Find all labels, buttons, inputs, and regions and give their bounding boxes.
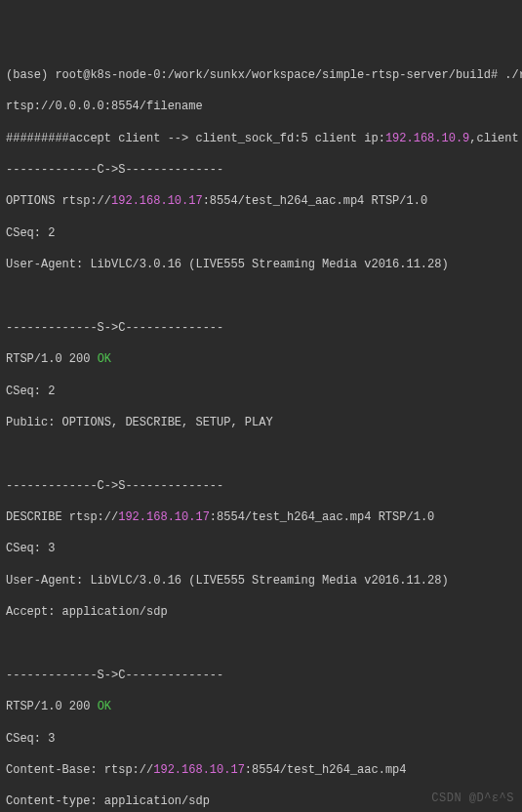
sep-s2c: -------------S->C-------------- [6, 668, 516, 683]
shell-prompt: (base) root@k8s-node-0:/work/sunkx/works… [6, 67, 516, 83]
options-ua: User-Agent: LibVLC/3.0.16 (LIVE555 Strea… [6, 257, 516, 272]
server-ip: 192.168.10.17 [111, 194, 203, 208]
options-req: OPTIONS rtsp://192.168.10.17:8554/test_h… [6, 193, 516, 209]
describe-req: DESCRIBE rtsp://192.168.10.17:8554/test_… [6, 509, 516, 525]
client-ip: 192.168.10.9 [385, 132, 469, 145]
listen-line: rtsp://0.0.0.0:8554/filename [6, 99, 516, 114]
sep-s2c: -------------S->C-------------- [6, 320, 516, 336]
options-resp-status: RTSP/1.0 200 OK [6, 351, 516, 367]
accept-line: #########accept client --> client_sock_f… [6, 131, 516, 146]
describe-resp-status: RTSP/1.0 200 OK [6, 699, 516, 714]
sep-c2s: -------------C->S-------------- [6, 478, 516, 494]
options-cseq: CSeq: 2 [6, 225, 516, 241]
terminal-output[interactable]: (base) root@k8s-node-0:/work/sunkx/works… [6, 67, 516, 812]
watermark: CSDN @D^ε^S [431, 791, 514, 806]
sep-c2s: -------------C->S-------------- [6, 162, 516, 178]
status-ok: OK [98, 352, 111, 366]
